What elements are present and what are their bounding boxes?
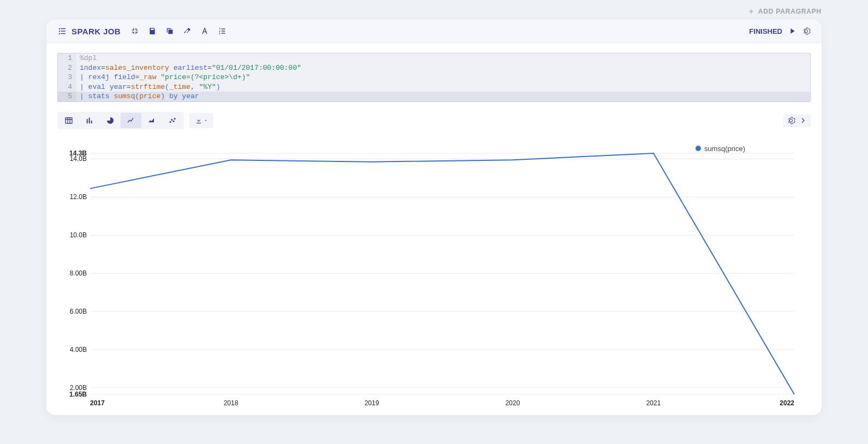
svg-point-4 xyxy=(173,121,174,122)
chart-legend[interactable]: sumsq(price) xyxy=(695,145,745,153)
save-icon[interactable] xyxy=(148,27,157,35)
svg-point-2 xyxy=(170,121,171,122)
chevron-right-icon[interactable] xyxy=(799,116,807,125)
series-line xyxy=(90,153,794,394)
code-line[interactable]: 2index=sales_inventory earliest="01/01/2… xyxy=(58,63,810,73)
line-icon xyxy=(127,116,135,125)
font-icon[interactable] xyxy=(200,27,209,35)
legend-label: sumsq(price) xyxy=(704,145,745,153)
svg-point-3 xyxy=(171,119,173,120)
cell-title[interactable]: SPARK JOB xyxy=(57,26,121,36)
y-tick-label: 12.0B xyxy=(70,193,87,201)
ordered-list-icon[interactable] xyxy=(218,27,227,35)
y-tick-label: 8.00B xyxy=(70,269,87,277)
y-tick-label: 6.00B xyxy=(70,308,87,315)
viz-pie-button[interactable] xyxy=(100,113,121,128)
viz-table-button[interactable] xyxy=(58,113,79,128)
line-content: %dpl xyxy=(76,53,810,63)
svg-rect-0 xyxy=(168,29,173,34)
plus-icon xyxy=(747,8,755,15)
y-tick-label: 1.65B xyxy=(69,391,87,398)
x-tick-label: 2020 xyxy=(506,399,520,407)
area-icon xyxy=(147,116,156,125)
add-paragraph-label: ADD PARAGRAPH xyxy=(758,8,822,15)
line-content: | rex4j field=_raw "price=(?<price>\d+)" xyxy=(76,73,810,82)
line-number: 5 xyxy=(58,92,76,101)
line-content: index=sales_inventory earliest="01/01/20… xyxy=(76,63,810,73)
list-check-icon xyxy=(57,26,67,36)
x-tick-label: 2017 xyxy=(90,399,105,407)
viz-toolbar xyxy=(46,109,822,131)
pie-icon xyxy=(106,116,115,125)
viz-bar-button[interactable] xyxy=(79,113,100,128)
cell-status: FINISHED xyxy=(749,27,782,35)
erase-icon[interactable] xyxy=(183,27,192,35)
line-content: | eval year=strftime(_time, "%Y") xyxy=(76,82,810,92)
gear-icon[interactable] xyxy=(802,27,811,35)
notebook-cell: SPARK JOB FINISHED 1%dpl2index=sales_inv… xyxy=(46,20,822,415)
y-tick-label: 14.0B xyxy=(70,155,87,163)
code-line[interactable]: 3| rex4j field=_raw "price=(?<price>\d+)… xyxy=(58,73,810,82)
compress-icon[interactable] xyxy=(130,27,139,35)
caret-down-icon xyxy=(204,118,208,123)
x-tick-label: 2021 xyxy=(646,399,661,407)
y-tick-label: 4.00B xyxy=(70,346,87,353)
x-tick-label: 2022 xyxy=(780,399,794,407)
legend-dot xyxy=(695,146,701,151)
code-editor[interactable]: 1%dpl2index=sales_inventory earliest="01… xyxy=(57,53,811,102)
svg-rect-1 xyxy=(66,117,72,123)
gear-icon[interactable] xyxy=(787,116,795,125)
code-line[interactable]: 4| eval year=strftime(_time, "%Y") xyxy=(58,82,810,92)
code-line[interactable]: 1%dpl xyxy=(58,53,810,63)
add-paragraph-button[interactable]: ADD PARAGRAPH xyxy=(46,5,822,20)
scatter-icon xyxy=(168,116,177,125)
line-number: 4 xyxy=(58,82,76,92)
chart-area: sumsq(price) 14.3B14.0B12.0B10.0B8.00B6.… xyxy=(46,131,822,415)
viz-area-button[interactable] xyxy=(141,113,162,128)
line-number: 2 xyxy=(58,63,76,73)
viz-scatter-button[interactable] xyxy=(162,113,183,128)
table-icon xyxy=(64,116,73,125)
line-number: 3 xyxy=(58,73,76,82)
download-icon xyxy=(195,117,203,124)
svg-point-5 xyxy=(174,118,175,119)
cell-title-text: SPARK JOB xyxy=(72,27,121,36)
line-content: | stats sumsq(price) by year xyxy=(76,92,810,101)
line-chart: 14.3B14.0B12.0B10.0B8.00B6.00B4.00B2.00B… xyxy=(57,142,800,410)
copy-icon[interactable] xyxy=(165,27,174,35)
x-tick-label: 2019 xyxy=(365,399,379,407)
play-icon[interactable] xyxy=(788,27,796,35)
y-tick-label: 10.0B xyxy=(70,231,87,239)
viz-line-button[interactable] xyxy=(121,113,141,128)
x-tick-label: 2018 xyxy=(224,399,239,407)
cell-header: SPARK JOB FINISHED xyxy=(46,20,822,43)
download-button[interactable] xyxy=(189,113,213,128)
bar-icon xyxy=(85,116,94,125)
line-number: 1 xyxy=(58,53,76,63)
code-line[interactable]: 5| stats sumsq(price) by year xyxy=(58,92,810,101)
